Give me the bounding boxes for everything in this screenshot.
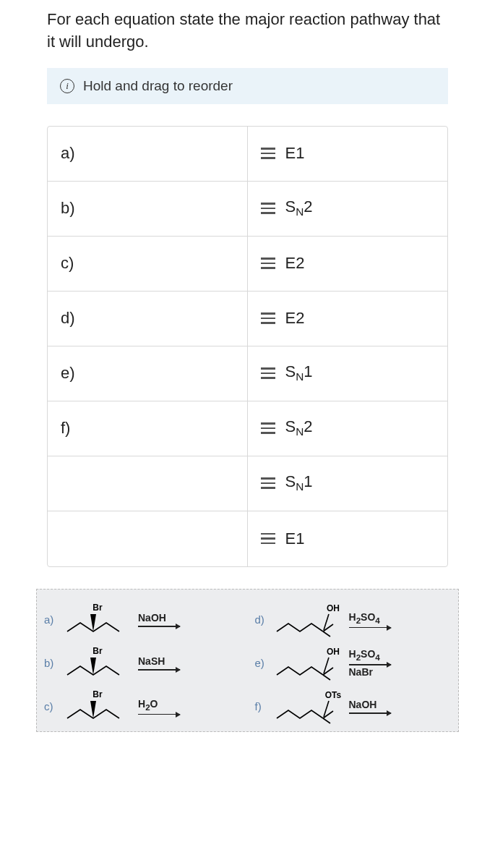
reaction-arrow-icon <box>138 669 180 671</box>
instruction-banner: i Hold and drag to reorder <box>47 68 448 104</box>
drag-handle-icon[interactable] <box>261 533 275 545</box>
reaction-label: e) <box>255 657 268 669</box>
answer-cell[interactable]: E1 <box>248 511 448 566</box>
drag-handle-icon[interactable] <box>261 148 275 159</box>
prompt-cell: b) <box>48 182 248 236</box>
svg-text:OH: OH <box>327 647 340 657</box>
reagent-arrow: H2SO4 <box>349 611 391 628</box>
reagent-text: H2O <box>138 698 158 712</box>
answer-label: SN1 <box>285 472 313 493</box>
drag-handle-icon[interactable] <box>261 477 275 489</box>
prompt-cell: d) <box>48 292 248 346</box>
answer-cell[interactable]: E2 <box>248 292 448 346</box>
answer-cell[interactable]: E2 <box>248 237 448 291</box>
answer-label: E2 <box>285 309 305 328</box>
drag-handle-icon[interactable] <box>261 258 275 269</box>
reaction-label: c) <box>44 700 57 712</box>
reagent-arrow: H2O <box>138 698 180 715</box>
info-icon: i <box>60 79 74 93</box>
answer-cell[interactable]: SN1 <box>248 346 448 401</box>
svg-text:OTs: OTs <box>324 690 341 700</box>
reaction-arrow-icon <box>138 714 180 715</box>
svg-text:Br: Br <box>92 646 103 656</box>
svg-line-10 <box>323 675 330 680</box>
reagent-text: H2SO4 <box>349 611 380 625</box>
drag-handle-icon[interactable] <box>261 422 275 434</box>
reagent-arrow: NaOH <box>138 612 180 627</box>
svg-marker-13 <box>90 701 96 718</box>
structure-diagram: Br <box>61 646 134 681</box>
question-text: For each equation state the major reacti… <box>47 9 448 54</box>
reaction-item: d) OH H2SO4 <box>255 603 452 637</box>
reagent-text: NaOH <box>138 612 166 624</box>
svg-text:Br: Br <box>92 689 103 699</box>
reaction-label: b) <box>44 657 57 669</box>
reactions-panel: a) Br NaOHd) OH H2SO4b) Br NaSHe) OH H2S… <box>36 589 459 732</box>
reaction-item: b) Br NaSH <box>44 646 241 681</box>
structure-diagram: Br <box>61 689 134 724</box>
reagent-text: NaOH <box>349 699 377 710</box>
prompt-cell <box>48 456 248 511</box>
reaction-label: a) <box>44 613 57 626</box>
structure-diagram: OTs <box>272 689 345 724</box>
reaction-item: a) Br NaOH <box>44 603 241 637</box>
reaction-label: d) <box>255 613 268 626</box>
prompt-cell: f) <box>48 401 248 456</box>
reaction-arrow-icon <box>138 626 180 627</box>
structure-diagram: OH <box>272 603 345 637</box>
prompt-cell: c) <box>48 237 248 291</box>
answer-label: E1 <box>285 144 305 163</box>
reaction-item: e) OH H2SO4NaBr <box>255 646 452 681</box>
match-row[interactable]: b)SN2 <box>48 182 447 237</box>
reaction-arrow-icon <box>349 712 391 714</box>
prompt-cell <box>48 511 248 566</box>
reaction-item: f) OTs NaOH <box>255 689 452 724</box>
reaction-arrow-icon <box>349 664 391 665</box>
match-table: a)E1b)SN2c)E2d)E2e)SN1f)SN2SN1E1 <box>47 126 448 567</box>
answer-label: SN2 <box>285 197 313 218</box>
match-row[interactable]: SN1 <box>48 456 447 511</box>
answer-label: E1 <box>285 529 305 548</box>
answer-cell[interactable]: E1 <box>248 127 448 181</box>
svg-text:Br: Br <box>92 603 103 613</box>
answer-cell[interactable]: SN2 <box>248 401 448 456</box>
match-row[interactable]: f)SN2 <box>48 401 447 456</box>
match-row[interactable]: e)SN1 <box>48 346 447 401</box>
reagent-arrow: H2SO4NaBr <box>349 648 391 677</box>
drag-handle-icon[interactable] <box>261 367 275 379</box>
drag-handle-icon[interactable] <box>261 203 275 214</box>
answer-cell[interactable]: SN1 <box>248 456 448 511</box>
prompt-cell: e) <box>48 346 248 401</box>
structure-diagram: OH <box>272 646 345 681</box>
answer-label: E2 <box>285 254 305 273</box>
match-row[interactable]: d)E2 <box>48 292 447 346</box>
svg-marker-7 <box>90 658 96 675</box>
svg-text:OH: OH <box>327 603 340 613</box>
reagent-arrow: NaOH <box>349 699 391 714</box>
match-row[interactable]: c)E2 <box>48 237 447 292</box>
reaction-label: f) <box>255 700 268 712</box>
answer-cell[interactable]: SN2 <box>248 182 448 236</box>
reaction-arrow-icon <box>349 627 391 629</box>
svg-line-16 <box>323 718 330 723</box>
reagent-text: NaSH <box>138 655 165 667</box>
answer-label: SN1 <box>285 362 313 383</box>
reagent-text: H2SO4 <box>349 648 380 662</box>
match-row[interactable]: E1 <box>48 511 447 566</box>
structure-diagram: Br <box>61 603 134 637</box>
drag-handle-icon[interactable] <box>261 312 275 324</box>
match-row[interactable]: a)E1 <box>48 127 447 182</box>
reagent-arrow: NaSH <box>138 655 180 671</box>
prompt-cell: a) <box>48 127 248 181</box>
reagent-text: NaBr <box>349 666 373 678</box>
svg-line-4 <box>323 631 330 637</box>
instruction-text: Hold and drag to reorder <box>83 78 233 94</box>
svg-marker-1 <box>90 614 96 631</box>
reaction-item: c) Br H2O <box>44 689 241 724</box>
answer-label: SN2 <box>285 417 313 438</box>
